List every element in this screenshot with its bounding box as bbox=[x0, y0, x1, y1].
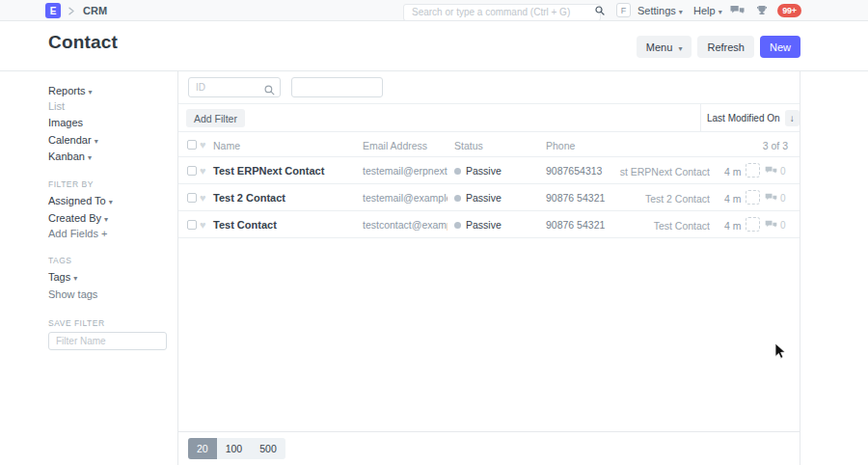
add-fields-label: Add Fields bbox=[48, 228, 98, 239]
breadcrumb[interactable]: CRM bbox=[83, 5, 107, 16]
assign-button[interactable] bbox=[746, 163, 760, 178]
menu-button[interactable]: Menu ▾ bbox=[637, 36, 692, 58]
sidebar-item-list[interactable]: List bbox=[48, 100, 65, 112]
column-status: Status bbox=[454, 140, 483, 151]
tags-label: Tags bbox=[48, 271, 70, 283]
contact-phone: 9087654313 bbox=[546, 165, 602, 177]
filter-toolbar: Add Filter Last Modified On ↓ bbox=[178, 104, 800, 132]
notifications-badge[interactable]: 99+ bbox=[777, 4, 801, 17]
status-text: Passive bbox=[466, 192, 502, 204]
user-avatar-initial: F bbox=[621, 6, 627, 15]
page-size-20[interactable]: 20 bbox=[188, 438, 217, 459]
contact-phone: 90876 54321 bbox=[546, 219, 605, 231]
comment-count: 0 bbox=[780, 166, 786, 177]
status-dot bbox=[454, 195, 461, 202]
heart-icon[interactable]: ♥ bbox=[200, 166, 206, 177]
filter-name-input[interactable] bbox=[48, 332, 167, 350]
global-search-input[interactable] bbox=[403, 4, 601, 21]
caret-down-icon: ▾ bbox=[109, 198, 113, 206]
sort-direction-button[interactable]: ↓ bbox=[785, 110, 800, 126]
name-filter-input[interactable] bbox=[291, 77, 383, 97]
modified-time: 4 m bbox=[724, 220, 742, 232]
table-row[interactable]: ♥ Test Contact testcontact@exampl… Passi… bbox=[178, 211, 800, 238]
sidebar-assigned-to[interactable]: Assigned To▾ bbox=[48, 195, 113, 206]
new-button[interactable]: New bbox=[760, 36, 800, 58]
heart-icon[interactable]: ♥ bbox=[200, 193, 206, 204]
add-fields-button[interactable]: Add Fields + bbox=[48, 228, 107, 239]
contact-status: Passive bbox=[454, 219, 502, 231]
contact-email: testemail@erpnext.c… bbox=[363, 165, 448, 177]
heart-icon[interactable]: ♥ bbox=[200, 140, 206, 150]
sidebar-tags[interactable]: Tags▾ bbox=[48, 271, 77, 283]
sidebar-created-by[interactable]: Created By▾ bbox=[48, 212, 108, 224]
sidebar-item-calendar[interactable]: Calendar▾ bbox=[48, 134, 98, 146]
row-checkbox[interactable] bbox=[187, 193, 197, 203]
contact-email: testemail@example.… bbox=[363, 192, 448, 204]
comment-count: 0 bbox=[780, 220, 786, 231]
filter-by-heading: FILTER BY bbox=[48, 179, 94, 189]
contact-phone: 90876 54321 bbox=[546, 192, 605, 204]
comment-count: 0 bbox=[780, 193, 786, 204]
sort-selector: Last Modified On ↓ bbox=[700, 104, 800, 131]
page-size-selector: 20 100 500 bbox=[188, 438, 285, 459]
user-avatar[interactable]: F bbox=[616, 3, 631, 17]
plus-icon: + bbox=[101, 228, 107, 239]
heart-icon[interactable]: ♥ bbox=[200, 220, 206, 231]
sort-field-button[interactable]: Last Modified On bbox=[707, 113, 780, 123]
assigned-to-label: Assigned To bbox=[48, 195, 106, 206]
modified-time: 4 m bbox=[724, 166, 742, 178]
contact-status: Passive bbox=[454, 165, 502, 177]
contact-title: Test 2 Contact bbox=[617, 193, 710, 205]
table-header: ♥ Name Email Address Status Phone 3 of 3 bbox=[178, 132, 800, 157]
column-phone: Phone bbox=[546, 140, 575, 151]
table-row[interactable]: ♥ Test ERPNext Contact testemail@erpnext… bbox=[178, 157, 800, 184]
table-row[interactable]: ♥ Test 2 Contact testemail@example.… Pas… bbox=[178, 184, 800, 211]
caret-down-icon: ▾ bbox=[95, 137, 98, 146]
created-by-label: Created By bbox=[48, 212, 101, 224]
column-name: Name bbox=[213, 140, 240, 151]
settings-label: Settings bbox=[637, 5, 676, 16]
menu-button-label: Menu bbox=[646, 41, 673, 53]
row-checkbox[interactable] bbox=[187, 220, 197, 230]
settings-menu[interactable]: Settings▾ bbox=[637, 5, 683, 16]
page-head: Contact Menu ▾ Refresh New bbox=[0, 21, 868, 71]
comment-icon bbox=[765, 193, 777, 205]
select-all-checkbox[interactable] bbox=[187, 140, 197, 150]
contact-name-link[interactable]: Test Contact bbox=[213, 219, 277, 231]
contact-email: testcontact@exampl… bbox=[363, 219, 448, 231]
help-menu[interactable]: Help▾ bbox=[693, 5, 722, 16]
list-sidebar: Reports▾ List Images Calendar▾ Kanban▾ F… bbox=[0, 71, 177, 465]
show-tags-button[interactable]: Show tags bbox=[48, 288, 97, 300]
contact-name-link[interactable]: Test ERPNext Contact bbox=[213, 165, 324, 177]
add-filter-button[interactable]: Add Filter bbox=[186, 109, 245, 127]
sidebar-item-reports[interactable]: Reports▾ bbox=[48, 85, 93, 96]
assign-button[interactable] bbox=[746, 190, 760, 205]
standard-filter-row bbox=[178, 71, 800, 104]
kanban-label: Kanban bbox=[48, 150, 85, 162]
caret-down-icon: ▾ bbox=[719, 8, 722, 16]
contact-status: Passive bbox=[454, 192, 502, 204]
app-logo[interactable]: E bbox=[45, 3, 61, 18]
modified-time: 4 m bbox=[724, 193, 742, 205]
caret-down-icon: ▾ bbox=[104, 215, 108, 224]
contact-name-link[interactable]: Test 2 Contact bbox=[213, 192, 285, 204]
status-dot bbox=[454, 168, 461, 175]
calendar-label: Calendar bbox=[48, 134, 92, 146]
caret-down-icon: ▾ bbox=[88, 153, 92, 162]
row-count: 3 of 3 bbox=[763, 140, 788, 151]
comment-icon bbox=[765, 166, 777, 178]
row-checkbox[interactable] bbox=[187, 166, 197, 176]
navbar: E CRM F Settings▾ Help▾ 99+ bbox=[0, 0, 868, 21]
sidebar-item-kanban[interactable]: Kanban▾ bbox=[48, 150, 92, 162]
caret-down-icon: ▾ bbox=[679, 8, 683, 16]
sidebar-item-images[interactable]: Images bbox=[48, 117, 83, 128]
column-email: Email Address bbox=[363, 140, 427, 151]
app-logo-letter: E bbox=[50, 6, 57, 16]
comment-icon bbox=[765, 220, 777, 232]
status-text: Passive bbox=[466, 219, 502, 231]
page-size-500[interactable]: 500 bbox=[251, 438, 285, 459]
refresh-button[interactable]: Refresh bbox=[697, 36, 754, 58]
assign-button[interactable] bbox=[746, 217, 760, 232]
page-size-100[interactable]: 100 bbox=[217, 438, 252, 459]
global-search bbox=[403, 2, 601, 19]
